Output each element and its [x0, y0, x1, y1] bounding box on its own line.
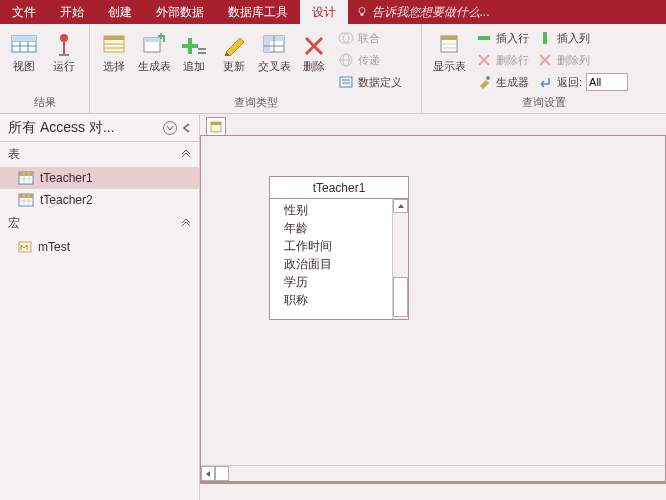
make-table-button[interactable]: 生成表 — [134, 26, 174, 76]
svg-rect-35 — [441, 36, 457, 40]
macro-icon — [18, 240, 32, 254]
nav-item-tteacher1[interactable]: tTeacher1 — [0, 167, 199, 189]
design-hscroll[interactable] — [201, 465, 665, 481]
svg-rect-7 — [12, 36, 36, 41]
svg-rect-40 — [543, 32, 547, 44]
passthrough-button[interactable]: 传递 — [338, 50, 402, 70]
navigation-pane: 所有 Access 对... 表 tTeacher1 tTeacher2 宏 m… — [0, 114, 200, 500]
return-control: 返回: — [537, 72, 628, 92]
run-icon — [50, 30, 78, 58]
union-button[interactable]: 联合 — [338, 28, 402, 48]
table-field-list[interactable]: tTeacher1 性别 年龄 工作时间 政治面目 学历 职称 — [269, 176, 409, 320]
delete-icon — [300, 30, 328, 58]
svg-rect-47 — [19, 194, 33, 198]
make-table-icon — [140, 30, 168, 58]
svg-rect-19 — [198, 48, 206, 50]
delete-col-button[interactable]: 删除列 — [537, 50, 628, 70]
svg-rect-31 — [340, 77, 352, 87]
insert-row-icon — [476, 30, 492, 46]
delete-row-icon — [476, 52, 492, 68]
return-icon — [537, 74, 553, 90]
svg-rect-9 — [63, 42, 65, 54]
tab-database-tools[interactable]: 数据库工具 — [216, 0, 300, 24]
chevron-up-icon — [181, 150, 191, 160]
scroll-up-icon[interactable] — [393, 199, 408, 213]
view-button[interactable]: 视图 — [4, 26, 44, 76]
main-area: 所有 Access 对... 表 tTeacher1 tTeacher2 宏 m… — [0, 114, 666, 500]
svg-rect-20 — [198, 52, 206, 54]
update-button[interactable]: 更新 — [214, 26, 254, 76]
group-label-results: 结果 — [4, 95, 85, 113]
tab-file[interactable]: 文件 — [0, 0, 48, 24]
data-definition-button[interactable]: 数据定义 — [338, 72, 402, 92]
crosstab-button[interactable]: 交叉表 — [254, 26, 294, 76]
field-item[interactable]: 学历 — [284, 273, 408, 291]
svg-rect-1 — [361, 14, 364, 16]
show-table-button[interactable]: 显示表 — [426, 26, 472, 76]
scroll-right-icon[interactable] — [215, 466, 229, 481]
tell-me-search[interactable]: 告诉我您想要做什么... — [348, 4, 498, 21]
builder-icon — [476, 74, 492, 90]
scroll-left-icon[interactable] — [201, 466, 215, 481]
ribbon: 视图 运行 结果 选择 生成表 追加 更新 — [0, 24, 666, 114]
delete-row-button[interactable]: 删除行 — [476, 50, 529, 70]
svg-rect-42 — [19, 172, 33, 176]
show-table-icon — [435, 30, 463, 58]
delete-query-button[interactable]: 删除 — [294, 26, 334, 76]
field-item[interactable]: 性别 — [284, 201, 408, 219]
nav-title: 所有 Access 对... — [8, 119, 115, 137]
globe-icon — [338, 52, 354, 68]
crosstab-icon — [260, 30, 288, 58]
nav-dropdown-icon[interactable] — [163, 121, 177, 135]
table-icon — [18, 171, 34, 185]
query-tab[interactable] — [206, 117, 226, 135]
data-def-icon — [338, 74, 354, 90]
insert-col-button[interactable]: 插入列 — [537, 28, 628, 48]
builder-button[interactable]: 生成器 — [476, 72, 529, 92]
datasheet-icon — [10, 30, 38, 58]
return-select[interactable] — [586, 73, 628, 91]
scroll-thumb[interactable] — [393, 277, 408, 317]
svg-rect-38 — [478, 36, 490, 40]
query-icon — [209, 120, 223, 134]
nav-item-tteacher2[interactable]: tTeacher2 — [0, 189, 199, 211]
tab-external-data[interactable]: 外部数据 — [144, 0, 216, 24]
ribbon-group-query-setup: 显示表 插入行 删除行 生成器 插入列 — [422, 24, 666, 113]
nav-section-tables[interactable]: 表 — [0, 142, 199, 167]
tab-design[interactable]: 设计 — [300, 0, 348, 24]
append-button[interactable]: 追加 — [174, 26, 214, 76]
select-query-button[interactable]: 选择 — [94, 26, 134, 76]
svg-point-39 — [486, 76, 490, 80]
field-item[interactable]: 职称 — [284, 291, 408, 309]
query-grid-pane[interactable] — [200, 482, 666, 500]
run-button[interactable]: 运行 — [44, 26, 84, 76]
insert-row-button[interactable]: 插入行 — [476, 28, 529, 48]
update-icon — [220, 30, 248, 58]
design-surface[interactable]: tTeacher1 性别 年龄 工作时间 政治面目 学历 职称 — [200, 136, 666, 482]
query-design-canvas: tTeacher1 性别 年龄 工作时间 政治面目 学历 职称 — [200, 114, 666, 500]
field-item[interactable]: 年龄 — [284, 219, 408, 237]
menubar: 文件 开始 创建 外部数据 数据库工具 设计 告诉我您想要做什么... — [0, 0, 666, 24]
nav-section-macros[interactable]: 宏 — [0, 211, 199, 236]
nav-item-mtest[interactable]: mTest — [0, 236, 199, 258]
table-box-title: tTeacher1 — [270, 177, 408, 199]
nav-collapse-icon[interactable] — [181, 122, 193, 134]
chevron-up-icon — [181, 219, 191, 229]
table-icon — [18, 193, 34, 207]
tell-me-text: 告诉我您想要做什么... — [372, 4, 490, 21]
delete-col-icon — [537, 52, 553, 68]
group-label-query-setup: 查询设置 — [426, 95, 662, 113]
svg-rect-18 — [182, 44, 198, 48]
field-item[interactable]: 政治面目 — [284, 255, 408, 273]
svg-rect-12 — [104, 36, 124, 40]
tab-home[interactable]: 开始 — [48, 0, 96, 24]
field-item[interactable]: 工作时间 — [284, 237, 408, 255]
union-icon — [338, 30, 354, 46]
ribbon-group-results: 视图 运行 结果 — [0, 24, 90, 113]
nav-header[interactable]: 所有 Access 对... — [0, 114, 199, 142]
tab-create[interactable]: 创建 — [96, 0, 144, 24]
group-label-query-type: 查询类型 — [94, 95, 417, 113]
field-list-scrollbar[interactable] — [392, 199, 408, 319]
svg-point-0 — [359, 8, 365, 14]
select-icon — [100, 30, 128, 58]
